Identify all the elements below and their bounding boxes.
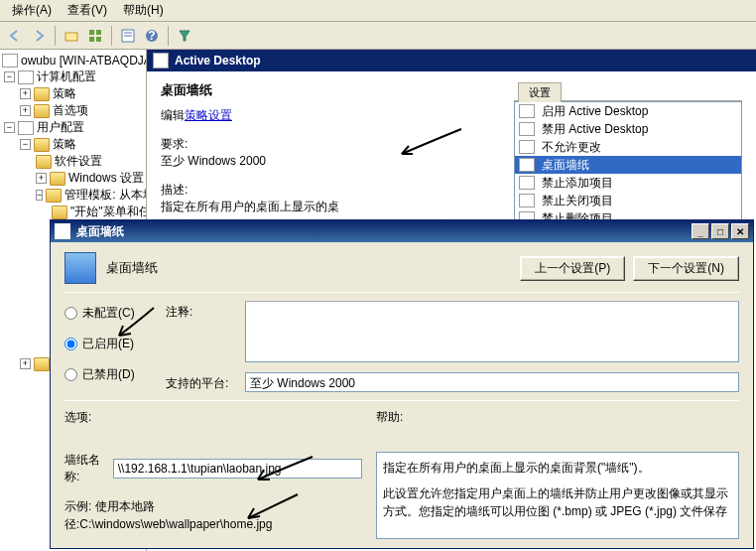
prev-setting-button[interactable]: 上一个设置(P) [520, 256, 625, 281]
content-title: Active Desktop [175, 54, 261, 68]
props-icon[interactable] [117, 25, 139, 47]
edit-label: 编辑 [161, 108, 185, 122]
folder-icon [34, 87, 50, 101]
svg-rect-4 [96, 37, 101, 42]
tree-item[interactable]: −管理模板: 从本地计 [0, 187, 146, 204]
expand-icon[interactable]: + [20, 358, 31, 369]
wallpaper-dialog: 桌面墙纸 _ □ ✕ 桌面墙纸 上一个设置(P) 下一个设置(N) 未配置(C)… [50, 219, 754, 549]
separator [55, 26, 56, 46]
collapse-icon[interactable]: − [4, 122, 15, 133]
svg-text:?: ? [148, 29, 155, 43]
dialog-titlebar[interactable]: 桌面墙纸 _ □ ✕ [51, 220, 753, 242]
radio-enabled[interactable]: 已启用(E) [64, 336, 154, 352]
tree-item[interactable]: 软件设置 [0, 153, 146, 170]
folder-icon [36, 155, 52, 169]
tree-item[interactable]: −计算机配置 [0, 69, 146, 85]
back-icon[interactable] [4, 25, 26, 47]
expand-icon[interactable]: + [36, 173, 47, 184]
expand-icon[interactable]: + [20, 105, 31, 116]
view-icon[interactable] [84, 25, 106, 47]
menu-view[interactable]: 查看(V) [60, 0, 115, 22]
comment-textarea[interactable] [245, 301, 739, 362]
next-setting-button[interactable]: 下一个设置(N) [633, 256, 739, 281]
help-label: 帮助: [376, 409, 739, 426]
list-item[interactable]: 禁止关闭项目 [515, 192, 741, 209]
menu-bar: 操作(A) 查看(V) 帮助(H) [0, 0, 756, 22]
list-item[interactable]: 启用 Active Desktop [515, 102, 741, 120]
tab-settings[interactable]: 设置 [518, 82, 562, 102]
menu-action[interactable]: 操作(A) [4, 0, 60, 22]
content-header: Active Desktop [147, 50, 756, 71]
policy-settings-link[interactable]: 策略设置 [185, 108, 232, 122]
folder-icon [34, 357, 50, 371]
separator [168, 26, 169, 46]
toolbar: ? [0, 22, 756, 50]
tree-item[interactable]: +策略 [0, 85, 146, 102]
collapse-icon[interactable]: − [20, 139, 31, 150]
folder-icon [52, 206, 67, 219]
maximize-button[interactable]: □ [711, 223, 729, 239]
svg-rect-1 [89, 30, 94, 35]
svg-rect-0 [65, 33, 77, 41]
desc-label: 描述: [161, 182, 494, 199]
policy-heading: 桌面墙纸 [161, 81, 494, 99]
svg-rect-2 [96, 30, 101, 35]
policy-icon [519, 176, 535, 190]
folder-icon [34, 138, 50, 152]
collapse-icon[interactable]: − [4, 71, 15, 82]
req-label: 要求: [161, 136, 494, 153]
policy-icon [519, 122, 535, 136]
svg-rect-3 [89, 37, 94, 42]
list-item-selected[interactable]: 桌面墙纸 [515, 156, 741, 174]
tree-item[interactable]: "开始"菜单和任 [0, 204, 146, 220]
scroll-icon [18, 70, 34, 84]
list-item[interactable]: 禁止添加项目 [515, 174, 741, 192]
platform-label: 支持的平台: [166, 372, 235, 392]
policy-icon [519, 158, 535, 172]
close-button[interactable]: ✕ [731, 223, 749, 239]
comment-label: 注释: [166, 301, 235, 321]
radio-not-configured[interactable]: 未配置(C) [64, 305, 154, 322]
desc-value: 指定在所有用户的桌面上显示的桌 [161, 199, 494, 215]
list-item[interactable]: 禁用 Active Desktop [515, 120, 741, 138]
dialog-hero-icon [64, 252, 96, 284]
divider [64, 400, 739, 401]
help-icon[interactable]: ? [141, 25, 163, 47]
options-label: 选项: [64, 409, 362, 426]
expand-icon[interactable]: + [20, 88, 31, 99]
example-text: 示例: 使用本地路径:C:\windows\web\wallpaper\home… [64, 497, 362, 533]
folder-icon[interactable] [61, 25, 82, 47]
scroll-icon [18, 121, 34, 135]
wallpaper-name-input[interactable] [113, 459, 362, 479]
separator [111, 26, 112, 46]
tree-item[interactable]: +首选项 [0, 102, 146, 119]
folder-icon [50, 172, 65, 186]
req-value: 至少 Windows 2000 [161, 153, 494, 170]
dialog-heading: 桌面墙纸 [106, 259, 158, 277]
tree-item[interactable]: +Windows 设置 [0, 170, 146, 187]
folder-icon [46, 189, 62, 203]
minimize-button[interactable]: _ [692, 223, 709, 239]
tree-item[interactable]: −策略 [0, 136, 146, 153]
policy-icon [519, 140, 535, 154]
list-item[interactable]: 不允许更改 [515, 138, 741, 156]
collapse-icon[interactable]: − [36, 190, 43, 201]
scroll-icon [2, 54, 18, 68]
panel-icon [153, 53, 169, 69]
platform-field: 至少 Windows 2000 [245, 372, 739, 392]
tree-root[interactable]: owubu [WIN-ATBAQDJA2IL.BE [0, 52, 146, 69]
tree-item[interactable]: −用户配置 [0, 119, 146, 136]
dialog-title: 桌面墙纸 [76, 223, 124, 240]
wallpaper-name-label: 墙纸名称: [64, 452, 107, 485]
forward-icon[interactable] [28, 25, 50, 47]
divider [64, 292, 739, 293]
radio-disabled[interactable]: 已禁用(D) [64, 366, 154, 383]
help-textbox[interactable]: 指定在所有用户的桌面上显示的桌面背景("墙纸")。 此设置允许您指定用户桌面上的… [376, 452, 739, 539]
policy-icon [519, 104, 535, 118]
filter-icon[interactable] [174, 25, 195, 47]
dialog-icon [55, 223, 70, 239]
menu-help[interactable]: 帮助(H) [115, 0, 172, 22]
policy-icon [519, 194, 535, 207]
folder-icon [34, 104, 50, 118]
